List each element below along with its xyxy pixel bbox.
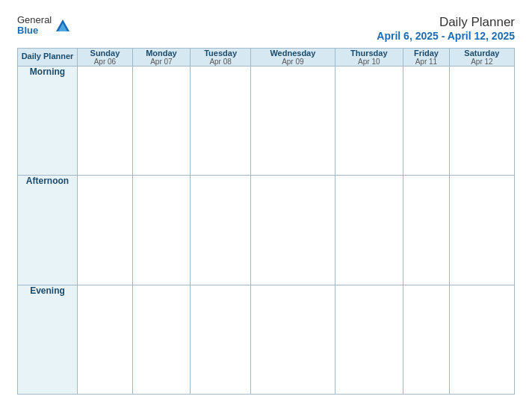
page: General Blue Daily Planner April 6, 2025… [8,7,524,404]
logo-blue: Blue [17,25,52,36]
afternoon-friday[interactable] [403,176,450,285]
afternoon-thursday[interactable] [335,176,403,285]
row-morning: Morning [18,67,515,176]
day-date-2: Apr 08 [191,58,250,66]
main-title: Daily Planner [377,15,515,30]
row-afternoon: Afternoon [18,176,515,285]
morning-friday[interactable] [403,67,450,176]
day-date-3: Apr 09 [251,58,334,66]
col-saturday: Saturday Apr 12 [449,49,514,67]
morning-label: Morning [18,67,78,176]
col-sunday: Sunday Apr 06 [78,49,133,67]
day-name-3: Wednesday [251,49,334,58]
day-date-1: Apr 07 [133,58,190,66]
date-range: April 6, 2025 - April 12, 2025 [377,30,515,42]
day-name-6: Saturday [450,49,514,58]
col-thursday: Thursday Apr 10 [335,49,403,67]
day-date-4: Apr 10 [335,58,403,66]
day-name-1: Monday [133,49,190,58]
col-monday: Monday Apr 07 [132,49,190,67]
day-name-5: Friday [403,49,449,58]
afternoon-tuesday[interactable] [191,176,251,285]
label-header-text: Daily Planner [22,52,74,61]
evening-label: Evening [18,285,78,394]
evening-friday[interactable] [403,285,450,394]
morning-tuesday[interactable] [191,67,251,176]
day-date-5: Apr 11 [403,58,449,66]
table-label-header: Daily Planner [18,49,78,67]
evening-sunday[interactable] [78,285,133,394]
row-evening: Evening [18,285,515,394]
day-name-4: Thursday [335,49,403,58]
logo-general: General [17,15,52,25]
logo-icon [55,18,71,34]
logo-area: General Blue [17,15,71,37]
morning-thursday[interactable] [335,67,403,176]
morning-wednesday[interactable] [251,67,335,176]
evening-wednesday[interactable] [251,285,335,394]
afternoon-wednesday[interactable] [251,176,335,285]
afternoon-label: Afternoon [18,176,78,285]
col-tuesday: Tuesday Apr 08 [191,49,251,67]
morning-sunday[interactable] [78,67,133,176]
evening-monday[interactable] [132,285,190,394]
calendar-table: Daily Planner Sunday Apr 06 Monday Apr 0… [17,48,515,395]
header-row: Daily Planner Sunday Apr 06 Monday Apr 0… [18,49,515,67]
col-friday: Friday Apr 11 [403,49,450,67]
logo-text: General Blue [17,15,52,37]
morning-saturday[interactable] [449,67,514,176]
title-area: Daily Planner April 6, 2025 - April 12, … [377,15,515,42]
evening-tuesday[interactable] [191,285,251,394]
evening-thursday[interactable] [335,285,403,394]
day-name-0: Sunday [78,49,132,58]
evening-saturday[interactable] [449,285,514,394]
morning-monday[interactable] [132,67,190,176]
day-date-0: Apr 06 [78,58,132,66]
col-wednesday: Wednesday Apr 09 [251,49,335,67]
afternoon-sunday[interactable] [78,176,133,285]
afternoon-monday[interactable] [132,176,190,285]
day-name-2: Tuesday [191,49,250,58]
day-date-6: Apr 12 [450,58,514,66]
afternoon-saturday[interactable] [449,176,514,285]
header: General Blue Daily Planner April 6, 2025… [17,15,515,42]
